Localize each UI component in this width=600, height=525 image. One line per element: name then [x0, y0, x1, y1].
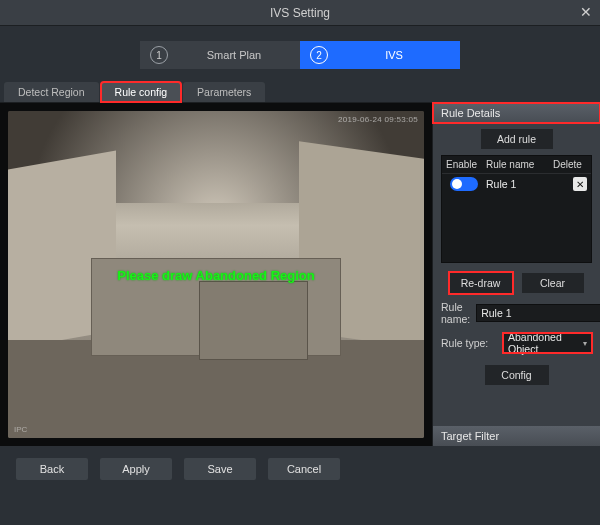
step-label-2: IVS: [328, 49, 460, 61]
title-bar: IVS Setting ✕: [0, 0, 600, 26]
section-rule-details[interactable]: Rule Details: [433, 103, 600, 123]
close-icon[interactable]: ✕: [580, 4, 592, 20]
clear-button[interactable]: Clear: [522, 273, 584, 293]
rule-delete-icon[interactable]: ✕: [573, 177, 587, 191]
cancel-button[interactable]: Cancel: [268, 458, 340, 480]
rule-type-select[interactable]: Abandoned Object ▾: [503, 333, 592, 353]
section-target-filter[interactable]: Target Filter: [433, 426, 600, 446]
chevron-down-icon: ▾: [583, 339, 587, 348]
tab-bar: Detect Region Rule config Parameters: [0, 80, 600, 102]
rule-list-header: Enable Rule name Delete: [442, 156, 591, 174]
content-row: 2019-06-24 09:53:05 IPC Please draw Aban…: [0, 102, 600, 446]
stepper: 1 Smart Plan 2 IVS: [0, 32, 600, 78]
step-smart-plan[interactable]: 1 Smart Plan: [140, 41, 300, 69]
tab-parameters[interactable]: Parameters: [183, 82, 265, 102]
rule-type-label: Rule type:: [441, 337, 497, 349]
step-number-2: 2: [310, 46, 328, 64]
back-button[interactable]: Back: [16, 458, 88, 480]
bottom-bar: Back Apply Save Cancel: [0, 446, 600, 492]
rule-enable-toggle[interactable]: [450, 177, 478, 191]
preview-timestamp: 2019-06-24 09:53:05: [338, 115, 418, 124]
save-button[interactable]: Save: [184, 458, 256, 480]
tab-detect-region[interactable]: Detect Region: [4, 82, 99, 102]
rule-type-value: Abandoned Object: [508, 331, 583, 355]
rule-row[interactable]: Rule 1 ✕: [442, 174, 591, 194]
video-preview[interactable]: 2019-06-24 09:53:05 IPC Please draw Aban…: [0, 103, 432, 446]
rule-action-row: Re-draw Clear: [441, 273, 592, 293]
rule-name-label: Rule name:: [441, 301, 470, 325]
step-ivs[interactable]: 2 IVS: [300, 41, 460, 69]
redraw-button[interactable]: Re-draw: [450, 273, 512, 293]
step-label-1: Smart Plan: [168, 49, 300, 61]
window-title: IVS Setting: [270, 6, 330, 20]
col-rule-name: Rule name: [486, 159, 549, 170]
col-delete: Delete: [553, 159, 587, 170]
add-rule-button[interactable]: Add rule: [481, 129, 553, 149]
preview-overlay-text: Please draw Abandoned Region: [117, 267, 314, 282]
rule-type-row: Rule type: Abandoned Object ▾: [441, 333, 592, 353]
apply-button[interactable]: Apply: [100, 458, 172, 480]
preview-brand: IPC: [14, 425, 27, 434]
side-panel: Rule Details Add rule Enable Rule name D…: [432, 103, 600, 446]
tab-rule-config[interactable]: Rule config: [101, 82, 182, 102]
col-enable: Enable: [446, 159, 482, 170]
camera-frame: 2019-06-24 09:53:05 IPC Please draw Aban…: [8, 111, 424, 438]
rule-name-input[interactable]: [476, 304, 600, 322]
step-number-1: 1: [150, 46, 168, 64]
rule-details-body: Add rule Enable Rule name Delete Rule 1 …: [433, 123, 600, 391]
rule-row-name: Rule 1: [486, 178, 569, 190]
config-button[interactable]: Config: [485, 365, 549, 385]
rule-name-row: Rule name:: [441, 301, 592, 325]
rule-list: Enable Rule name Delete Rule 1 ✕: [441, 155, 592, 263]
